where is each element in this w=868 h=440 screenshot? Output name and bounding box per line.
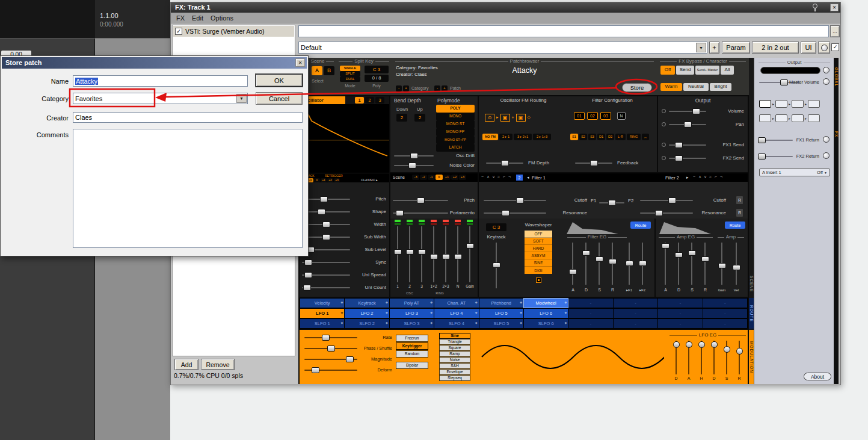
fx2-return-slider[interactable]: [759, 153, 793, 160]
save-preset-button[interactable]: +: [709, 42, 719, 54]
slider-handle[interactable]: [688, 250, 696, 256]
category-combobox[interactable]: Favorites ▼: [73, 93, 248, 104]
slider-handle[interactable]: [396, 210, 404, 216]
scene-octave-0[interactable]: 0: [436, 175, 443, 180]
mixer-noise-slider[interactable]: [454, 226, 462, 282]
knob-icon[interactable]: [823, 152, 830, 159]
slider-handle[interactable]: [322, 335, 330, 341]
patch-next-button[interactable]: +: [442, 85, 448, 91]
slider-handle[interactable]: [626, 261, 633, 266]
slider-handle[interactable]: [686, 341, 692, 348]
osc-unicount-slider[interactable]: [302, 285, 350, 291]
slider-handle[interactable]: [608, 200, 616, 206]
mode-single[interactable]: SINGLE: [340, 66, 360, 71]
lfo-bipolar-button[interactable]: Bipolar: [396, 362, 428, 369]
slider-handle[interactable]: [346, 356, 354, 362]
filter-curve-icon[interactable]: ∨: [492, 175, 495, 179]
ws-digi[interactable]: DIGI: [525, 267, 552, 274]
slider-handle[interactable]: [718, 263, 726, 268]
feg-f1-depth-slider[interactable]: [626, 243, 633, 285]
slider-handle[interactable]: [698, 341, 705, 348]
slfo-cell[interactable]: SLFO 1◆: [300, 319, 344, 328]
mixer-gain-slider[interactable]: [466, 226, 474, 282]
slider-handle[interactable]: [675, 142, 683, 148]
keytrack-root-button[interactable]: C 3: [486, 223, 506, 231]
creator-input[interactable]: Claes: [73, 112, 303, 123]
slider-handle[interactable]: [655, 210, 663, 216]
polyphony-display[interactable]: 0 / 8: [365, 75, 389, 82]
fcfg-s2-button[interactable]: S2: [579, 134, 587, 140]
fx-enabled-checkbox[interactable]: ✓: [175, 28, 182, 35]
fx-chain-node[interactable]: [792, 100, 804, 108]
fcfg-lr-button[interactable]: L-R: [615, 134, 626, 140]
mod-source-cell-empty[interactable]: -: [658, 299, 702, 308]
lfo-freerun-button[interactable]: Freerun: [396, 335, 428, 342]
mod-source-cell[interactable]: Poly AT◆: [390, 299, 434, 308]
filter2-cutoff-slider[interactable]: [640, 197, 693, 203]
mod-source-cell[interactable]: Velocity◆: [300, 299, 344, 308]
menu-fx[interactable]: FX: [176, 14, 185, 22]
polymode-list[interactable]: POLY MONO MONO ST MONO FP MONO ST+FP LAT…: [436, 105, 475, 152]
fx-chain-node[interactable]: [808, 114, 820, 122]
mixer-osc3-slider[interactable]: [418, 226, 426, 282]
slider-handle[interactable]: [312, 367, 319, 373]
mod-source-cell[interactable]: Chan. AT◆: [434, 299, 478, 308]
feg-decay-slider[interactable]: [582, 243, 590, 285]
osc-unispread-slider[interactable]: [302, 272, 350, 278]
slfo-cell[interactable]: SLFO 5◆: [479, 319, 523, 328]
lfo-magnitude-slider[interactable]: [304, 356, 357, 362]
filter-curve-icon[interactable]: ∨: [704, 175, 707, 179]
amp-gain-slider[interactable]: [718, 243, 726, 285]
keytrack-slider[interactable]: [493, 243, 500, 288]
fm-nofm-button[interactable]: NO FM: [482, 134, 498, 140]
osc-octave-+3[interactable]: +3: [334, 178, 340, 182]
polymode-mono-st[interactable]: MONO ST: [436, 120, 475, 128]
portamento-slider[interactable]: [393, 210, 448, 216]
mixer-ring12-slider[interactable]: [430, 226, 438, 282]
scene-octave--2[interactable]: -2: [420, 175, 427, 180]
lfo-eg-sustain-slider[interactable]: [723, 341, 731, 374]
filter-curve-icon[interactable]: ∧: [698, 175, 701, 179]
slider-handle[interactable]: [758, 153, 766, 160]
fx2-send-slider[interactable]: [669, 155, 706, 161]
slfo-cell[interactable]: SLFO 4◆: [434, 319, 478, 328]
fcfg-d1-button[interactable]: D1: [597, 134, 605, 140]
osc-shape-slider[interactable]: [302, 209, 350, 215]
fcfg-ring-button[interactable]: RING: [627, 134, 641, 140]
slfo-cell-empty[interactable]: -: [568, 319, 612, 328]
slider-handle[interactable]: [668, 197, 676, 203]
patch-name[interactable]: Attacky: [393, 66, 656, 75]
lfo-eg-delay-slider[interactable]: [673, 341, 680, 374]
osc-sync-slider[interactable]: [302, 259, 350, 265]
osc-drift-slider[interactable]: [394, 153, 434, 159]
slider-handle[interactable]: [736, 348, 743, 355]
slider-handle[interactable]: [673, 341, 680, 348]
aeg-decay-slider[interactable]: [675, 243, 683, 285]
slider-handle[interactable]: [318, 209, 325, 215]
lfo-deform-slider[interactable]: [304, 367, 357, 373]
feg-attack-slider[interactable]: [569, 243, 577, 285]
bypass-off-button[interactable]: Off: [660, 66, 675, 75]
scene-octave-+2[interactable]: +2: [451, 175, 458, 180]
scene-b-button[interactable]: B: [324, 66, 334, 75]
slider-handle[interactable]: [675, 155, 683, 161]
comments-textarea[interactable]: [73, 129, 303, 248]
slider-handle[interactable]: [582, 250, 590, 256]
fx-chain-node[interactable]: [808, 100, 820, 108]
comment-more-button[interactable]: ...: [830, 25, 840, 37]
lfo-cell-selected[interactable]: LFO 1◆: [300, 309, 344, 318]
slider-handle[interactable]: [596, 256, 603, 262]
slider-handle[interactable]: [304, 272, 312, 278]
cancel-button[interactable]: Cancel: [256, 92, 303, 105]
bypass-send-button[interactable]: Send: [676, 66, 694, 75]
slider-handle[interactable]: [590, 160, 598, 166]
slider-handle[interactable]: [724, 346, 730, 353]
filter2-resonance-slider[interactable]: [640, 210, 693, 216]
filter-curve-icon[interactable]: ⌐: [503, 175, 505, 179]
fx-insert-value[interactable]: Off ▼: [817, 170, 827, 175]
slider-handle[interactable]: [408, 163, 416, 169]
mode-split[interactable]: SPLIT: [340, 71, 360, 76]
bend-down-value[interactable]: 2: [396, 114, 407, 122]
fx1-return-slider[interactable]: [759, 137, 793, 143]
polymode-latch[interactable]: LATCH: [436, 144, 475, 152]
